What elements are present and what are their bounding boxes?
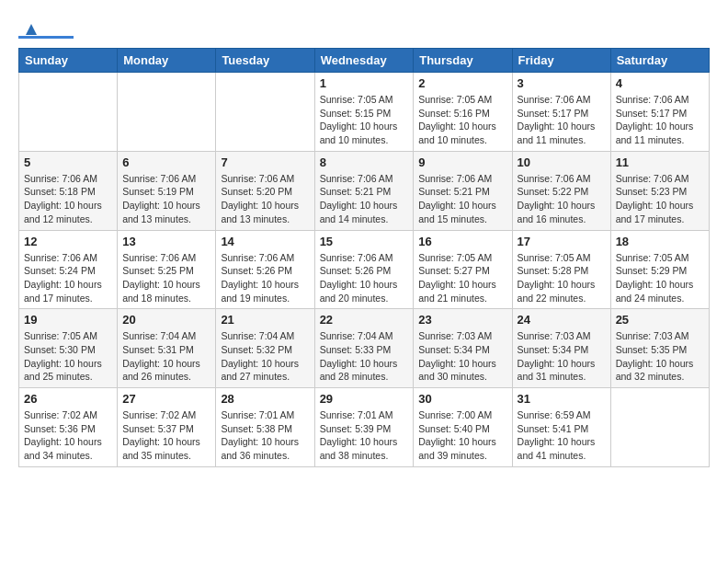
day-info: Sunrise: 7:05 AMSunset: 5:30 PMDaylight:… (24, 329, 112, 384)
day-info: Sunrise: 7:06 AMSunset: 5:21 PMDaylight:… (320, 172, 409, 226)
calendar-cell: 3Sunrise: 7:06 AMSunset: 5:17 PMDaylight… (512, 73, 610, 152)
day-number: 18 (616, 235, 704, 248)
calendar-cell: 28Sunrise: 7:01 AMSunset: 5:38 PMDayligh… (216, 388, 314, 467)
day-info: Sunrise: 7:04 AMSunset: 5:33 PMDaylight:… (320, 329, 409, 384)
calendar-cell: 27Sunrise: 7:02 AMSunset: 5:37 PMDayligh… (118, 388, 216, 467)
day-info: Sunrise: 7:02 AMSunset: 5:36 PMDaylight:… (24, 408, 112, 463)
day-info: Sunrise: 7:06 AMSunset: 5:21 PMDaylight:… (418, 172, 506, 226)
calendar-cell: 23Sunrise: 7:03 AMSunset: 5:34 PMDayligh… (414, 309, 512, 388)
calendar-cell: 26Sunrise: 7:02 AMSunset: 5:36 PMDayligh… (19, 388, 118, 467)
day-info: Sunrise: 7:05 AMSunset: 5:27 PMDaylight:… (418, 251, 506, 305)
calendar-cell (610, 388, 709, 467)
day-info: Sunrise: 7:01 AMSunset: 5:39 PMDaylight:… (320, 408, 409, 463)
day-number: 10 (518, 155, 606, 169)
day-info: Sunrise: 7:00 AMSunset: 5:40 PMDaylight:… (418, 408, 506, 463)
day-number: 11 (616, 155, 704, 169)
day-number: 9 (418, 155, 506, 169)
day-number: 21 (221, 313, 309, 327)
calendar-week-row: 19Sunrise: 7:05 AMSunset: 5:30 PMDayligh… (19, 309, 710, 388)
day-number: 24 (518, 313, 606, 327)
day-number: 16 (418, 235, 506, 248)
day-info: Sunrise: 7:06 AMSunset: 5:24 PMDaylight:… (24, 251, 112, 305)
logo-triangle-icon (22, 18, 40, 37)
day-number: 7 (221, 155, 309, 169)
calendar-cell (118, 73, 216, 152)
calendar-cell: 22Sunrise: 7:04 AMSunset: 5:33 PMDayligh… (314, 309, 414, 388)
day-info: Sunrise: 7:04 AMSunset: 5:31 PMDaylight:… (122, 329, 210, 384)
calendar-cell: 12Sunrise: 7:06 AMSunset: 5:24 PMDayligh… (19, 230, 118, 309)
day-info: Sunrise: 7:04 AMSunset: 5:32 PMDaylight:… (221, 329, 309, 384)
calendar-cell: 6Sunrise: 7:06 AMSunset: 5:19 PMDaylight… (118, 151, 216, 230)
calendar-cell (19, 73, 118, 152)
calendar-cell: 7Sunrise: 7:06 AMSunset: 5:20 PMDaylight… (216, 151, 314, 230)
day-number: 28 (221, 392, 309, 406)
day-number: 31 (518, 392, 606, 406)
calendar-cell: 25Sunrise: 7:03 AMSunset: 5:35 PMDayligh… (610, 309, 709, 388)
day-number: 25 (616, 313, 704, 327)
day-number: 14 (221, 235, 309, 248)
calendar-cell: 16Sunrise: 7:05 AMSunset: 5:27 PMDayligh… (414, 230, 512, 309)
day-info: Sunrise: 7:06 AMSunset: 5:17 PMDaylight:… (518, 93, 606, 147)
day-number: 30 (418, 392, 506, 406)
calendar-cell: 5Sunrise: 7:06 AMSunset: 5:18 PMDaylight… (19, 151, 118, 230)
day-number: 17 (518, 235, 606, 248)
day-number: 26 (24, 392, 112, 406)
calendar-cell: 21Sunrise: 7:04 AMSunset: 5:32 PMDayligh… (216, 309, 314, 388)
day-info: Sunrise: 7:02 AMSunset: 5:37 PMDaylight:… (122, 408, 210, 463)
calendar-cell: 17Sunrise: 7:05 AMSunset: 5:28 PMDayligh… (512, 230, 610, 309)
calendar-cell: 24Sunrise: 7:03 AMSunset: 5:34 PMDayligh… (512, 309, 610, 388)
calendar-cell: 10Sunrise: 7:06 AMSunset: 5:22 PMDayligh… (512, 151, 610, 230)
day-number: 19 (24, 313, 112, 327)
day-info: Sunrise: 7:01 AMSunset: 5:38 PMDaylight:… (221, 408, 309, 463)
calendar-cell: 18Sunrise: 7:05 AMSunset: 5:29 PMDayligh… (610, 230, 709, 309)
day-info: Sunrise: 7:06 AMSunset: 5:25 PMDaylight:… (122, 251, 210, 305)
calendar-cell: 14Sunrise: 7:06 AMSunset: 5:26 PMDayligh… (216, 230, 314, 309)
calendar-week-row: 5Sunrise: 7:06 AMSunset: 5:18 PMDaylight… (19, 151, 710, 230)
day-info: Sunrise: 7:06 AMSunset: 5:23 PMDaylight:… (616, 172, 704, 226)
day-number: 6 (122, 155, 210, 169)
weekday-header-sunday: Sunday (19, 49, 118, 73)
calendar-cell: 8Sunrise: 7:06 AMSunset: 5:21 PMDaylight… (314, 151, 414, 230)
weekday-header-wednesday: Wednesday (314, 49, 414, 73)
weekday-header-monday: Monday (118, 49, 216, 73)
day-number: 23 (418, 313, 506, 327)
calendar-cell: 31Sunrise: 6:59 AMSunset: 5:41 PMDayligh… (512, 388, 610, 467)
calendar-cell: 11Sunrise: 7:06 AMSunset: 5:23 PMDayligh… (610, 151, 709, 230)
weekday-header-tuesday: Tuesday (216, 49, 314, 73)
calendar-cell: 1Sunrise: 7:05 AMSunset: 5:15 PMDaylight… (314, 73, 414, 152)
calendar-week-row: 12Sunrise: 7:06 AMSunset: 5:24 PMDayligh… (19, 230, 710, 309)
weekday-header-friday: Friday (512, 49, 610, 73)
weekday-header-thursday: Thursday (414, 49, 512, 73)
day-info: Sunrise: 7:05 AMSunset: 5:29 PMDaylight:… (616, 251, 704, 305)
day-number: 12 (24, 235, 112, 248)
day-number: 27 (122, 392, 210, 406)
calendar-cell: 19Sunrise: 7:05 AMSunset: 5:30 PMDayligh… (19, 309, 118, 388)
day-number: 3 (518, 76, 606, 90)
day-number: 8 (320, 155, 409, 169)
calendar-cell: 4Sunrise: 7:06 AMSunset: 5:17 PMDaylight… (610, 73, 709, 152)
day-info: Sunrise: 7:06 AMSunset: 5:19 PMDaylight:… (122, 172, 210, 226)
day-number: 22 (320, 313, 409, 327)
day-info: Sunrise: 7:06 AMSunset: 5:20 PMDaylight:… (221, 172, 309, 226)
calendar-cell: 29Sunrise: 7:01 AMSunset: 5:39 PMDayligh… (314, 388, 414, 467)
day-number: 2 (418, 76, 506, 90)
calendar-cell: 20Sunrise: 7:04 AMSunset: 5:31 PMDayligh… (118, 309, 216, 388)
calendar-cell: 2Sunrise: 7:05 AMSunset: 5:16 PMDaylight… (414, 73, 512, 152)
day-info: Sunrise: 7:05 AMSunset: 5:16 PMDaylight:… (418, 93, 506, 147)
day-info: Sunrise: 7:05 AMSunset: 5:15 PMDaylight:… (320, 93, 409, 147)
day-number: 15 (320, 235, 409, 248)
logo (18, 18, 74, 39)
day-info: Sunrise: 7:06 AMSunset: 5:18 PMDaylight:… (24, 172, 112, 226)
day-info: Sunrise: 7:06 AMSunset: 5:22 PMDaylight:… (518, 172, 606, 226)
calendar-cell: 13Sunrise: 7:06 AMSunset: 5:25 PMDayligh… (118, 230, 216, 309)
day-info: Sunrise: 7:03 AMSunset: 5:34 PMDaylight:… (418, 329, 506, 384)
calendar-header-row: SundayMondayTuesdayWednesdayThursdayFrid… (19, 49, 710, 73)
day-number: 4 (616, 76, 704, 90)
weekday-header-saturday: Saturday (610, 49, 709, 73)
calendar-cell: 9Sunrise: 7:06 AMSunset: 5:21 PMDaylight… (414, 151, 512, 230)
page-header (18, 18, 710, 39)
day-info: Sunrise: 6:59 AMSunset: 5:41 PMDaylight:… (518, 408, 606, 463)
calendar-cell (216, 73, 314, 152)
day-info: Sunrise: 7:05 AMSunset: 5:28 PMDaylight:… (518, 251, 606, 305)
calendar-table: SundayMondayTuesdayWednesdayThursdayFrid… (18, 48, 710, 467)
